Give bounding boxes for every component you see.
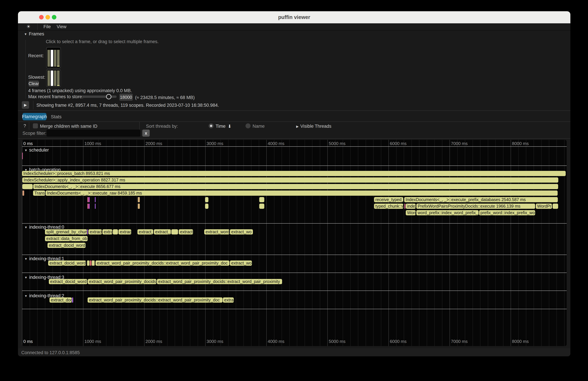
slowest-frames-thumbnail[interactable] (46, 69, 61, 87)
scope-bar[interactable]: extract_docid_word (48, 260, 86, 266)
scope-bar[interactable]: IndexDocuments<_, _>::execute 8656.677 m… (33, 184, 558, 189)
sort-time-label[interactable]: Time (216, 124, 226, 129)
sort-name-label[interactable]: Name (252, 124, 265, 129)
slowest-frames-label: Slowest: (28, 75, 45, 80)
scope-bar[interactable]: prefix_word::index_prefix_wo (479, 210, 535, 215)
scope-bar[interactable]: extrac (119, 229, 131, 234)
scope-bar[interactable]: extract_docid_word (49, 279, 87, 284)
scope-bar[interactable] (138, 197, 140, 202)
axis-tick-label: 5000 ms (329, 339, 346, 344)
axis-tick-label: 8000 ms (512, 141, 529, 146)
scope-bar[interactable]: IndexDocuments<_, _>::execute_prefix_dat… (404, 197, 558, 202)
scope-bar[interactable]: extract_word (204, 229, 229, 234)
expanded-triangle-icon: ▼ (24, 226, 27, 229)
scope-bar[interactable] (404, 204, 405, 209)
sort-time-radio[interactable] (209, 123, 214, 128)
scope-bar[interactable]: extract_word_pair_proximity_docids::extr… (95, 260, 229, 266)
scope-bar[interactable] (205, 204, 209, 209)
scope-bar[interactable]: extract (179, 229, 193, 234)
scope-bar[interactable]: word_prefix::index_word_prefix_ (416, 210, 479, 215)
scope-bar[interactable] (92, 260, 95, 266)
scope-bar[interactable] (22, 190, 24, 196)
scope-bar[interactable]: extract_ (137, 229, 153, 234)
menu-view[interactable]: View (57, 24, 66, 29)
scope-bar[interactable]: split_grenad_by_chun (45, 229, 87, 234)
scope-bar[interactable] (87, 204, 88, 209)
scope-bar[interactable]: extract_wo (230, 229, 253, 234)
scope-bar[interactable] (205, 197, 209, 202)
scope-bar[interactable] (259, 204, 264, 209)
axis-tick-label: 4000 ms (268, 339, 284, 344)
theme-toggle-icon[interactable]: ☀ (26, 23, 31, 30)
scope-bar[interactable]: IndexScheduler>::apply_index_operation 8… (22, 177, 558, 183)
scope-bar[interactable] (259, 197, 264, 202)
thread-group-toggle-scheduler[interactable]: ▼scheduler (24, 148, 49, 153)
scope-bar[interactable] (113, 229, 118, 234)
scope-bar[interactable]: extract::data_from_ob (45, 236, 88, 241)
scope-bar[interactable] (138, 204, 140, 209)
scope-bar[interactable] (22, 184, 33, 189)
divider (18, 122, 570, 122)
scope-bar[interactable] (87, 197, 88, 202)
window-title: puffin viewer (18, 14, 570, 20)
scope-bar[interactable]: WordPr (536, 204, 552, 209)
clear-frames-button[interactable]: Clear (28, 81, 39, 87)
help-button[interactable]: ? (23, 123, 26, 128)
scope-bar[interactable]: extract_wo (230, 260, 252, 266)
scope-bar[interactable]: index (406, 204, 416, 209)
scope-bar[interactable]: extract_doc (49, 297, 72, 303)
scope-bar[interactable]: extract (88, 229, 102, 234)
merge-children-checkbox[interactable] (33, 123, 38, 128)
scope-filter-input[interactable] (46, 129, 141, 137)
visible-threads-header[interactable]: ▶Visible Threads (296, 124, 331, 129)
scope-bar[interactable] (89, 197, 90, 202)
collapse-triangle-icon: ▼ (24, 32, 27, 36)
max-frames-value[interactable]: 18000 (119, 94, 133, 101)
scope-bar[interactable] (171, 229, 178, 234)
scope-bar[interactable]: extract_ (154, 229, 171, 234)
scope-bar[interactable] (87, 260, 89, 266)
scope-bar[interactable]: extrac (223, 297, 234, 303)
scope-bar[interactable]: extra (102, 229, 112, 234)
scope-bar[interactable]: PrefixWordPairsProximityDocids::execute … (416, 204, 535, 209)
axis-tick-label: 1000 ms (84, 141, 101, 146)
frames-collapsing-header[interactable]: ▼Frames (24, 31, 44, 37)
scope-bar[interactable]: extract_word_pair_proximity_docids (88, 279, 156, 284)
recent-frames-thumbnail[interactable] (46, 47, 61, 68)
scope-bar[interactable]: Trans (33, 190, 45, 196)
thread-group-separator (22, 254, 567, 255)
scope-bar[interactable]: typed_chunk::w (374, 204, 403, 209)
scope-bar[interactable] (95, 204, 96, 209)
scope-bar[interactable] (95, 197, 96, 202)
scope-bar[interactable] (553, 204, 558, 209)
scope-bar[interactable]: extract_word_pair_proximity_docids::extr… (88, 297, 223, 303)
thread-group-separator (22, 309, 567, 309)
thread-group-separator (22, 291, 567, 291)
scope-bar[interactable]: Word (406, 210, 416, 215)
scope-bar[interactable] (87, 229, 88, 234)
flamegraph-canvas[interactable]: 0 ms0 ms1000 ms1000 ms2000 ms2000 ms3000… (22, 140, 567, 346)
scope-bar[interactable] (22, 152, 23, 159)
scope-bar[interactable] (89, 204, 90, 209)
scope-bar[interactable]: extract_word_pair_proximity_docids::extr… (157, 279, 282, 284)
scope-bar[interactable]: receive_typed_ (374, 197, 403, 202)
max-frames-slider-handle[interactable] (106, 94, 111, 99)
scope-bar[interactable] (72, 297, 73, 303)
scope-filter-label: Scope filter: (22, 131, 46, 136)
scope-bar[interactable]: extract_docid_word (47, 243, 85, 248)
scope-bar[interactable] (90, 260, 91, 266)
clear-filter-button[interactable]: x (142, 129, 150, 137)
sort-name-radio[interactable] (246, 123, 251, 128)
frames-hint: Click to select a frame, or drag to sele… (46, 39, 159, 44)
max-frames-estimate: (≈ 23428.5 minutes, ≈ 68 MB) (135, 95, 195, 100)
menu-file[interactable]: File (43, 24, 51, 29)
scope-bar[interactable]: IndexScheduler>::process_batch 8953.821 … (22, 171, 566, 176)
divider (139, 122, 140, 130)
scope-bar[interactable]: IndexDocuments<_, _>::execute_raw 8459.1… (46, 190, 558, 196)
thread-group-toggle-indexing-thread:0[interactable]: ▼indexing-thread:0 (24, 225, 64, 230)
play-button[interactable]: ▶ (22, 101, 29, 109)
expanded-triangle-icon: ▼ (24, 257, 27, 261)
tab-flamegraph[interactable]: Flamegraph (22, 113, 46, 120)
max-frames-slider[interactable] (83, 96, 117, 98)
tab-stats[interactable]: Stats (51, 114, 62, 120)
